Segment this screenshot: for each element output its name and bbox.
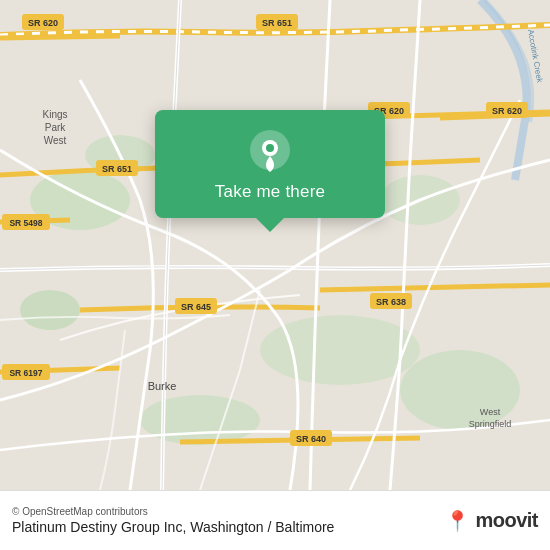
svg-text:SR 651: SR 651	[102, 164, 132, 174]
moovit-pin-icon: 📍	[445, 509, 470, 533]
svg-point-37	[266, 144, 274, 152]
svg-text:SR 6197: SR 6197	[9, 368, 42, 378]
location-pin-icon	[248, 128, 292, 172]
bottom-left-info: © OpenStreetMap contributors Platinum De…	[12, 506, 334, 535]
svg-text:West: West	[480, 407, 501, 417]
svg-text:SR 5498: SR 5498	[9, 218, 42, 228]
svg-point-6	[20, 290, 80, 330]
svg-text:SR 638: SR 638	[376, 297, 406, 307]
bottom-bar: © OpenStreetMap contributors Platinum De…	[0, 490, 550, 550]
svg-text:SR 620: SR 620	[28, 18, 58, 28]
svg-text:Park: Park	[45, 122, 67, 133]
place-name: Platinum Destiny Group Inc, Washington /…	[12, 519, 334, 535]
svg-text:SR 645: SR 645	[181, 302, 211, 312]
svg-text:West: West	[44, 135, 67, 146]
take-me-there-button[interactable]: Take me there	[215, 182, 325, 202]
svg-text:SR 620: SR 620	[492, 106, 522, 116]
svg-text:Kings: Kings	[42, 109, 67, 120]
map-container: SR 620 SR 651 SR 620 SR 620 SR 651 SR 54…	[0, 0, 550, 490]
svg-point-3	[140, 395, 260, 445]
svg-text:SR 651: SR 651	[262, 18, 292, 28]
osm-credit: © OpenStreetMap contributors	[12, 506, 334, 517]
svg-text:Springfield: Springfield	[469, 419, 512, 429]
moovit-text: moovit	[475, 509, 538, 532]
moovit-logo: 📍 moovit	[445, 509, 538, 533]
svg-point-5	[400, 350, 520, 430]
svg-text:Burke: Burke	[148, 380, 177, 392]
svg-text:SR 640: SR 640	[296, 434, 326, 444]
map-svg: SR 620 SR 651 SR 620 SR 620 SR 651 SR 54…	[0, 0, 550, 490]
popup-card: Take me there	[155, 110, 385, 218]
